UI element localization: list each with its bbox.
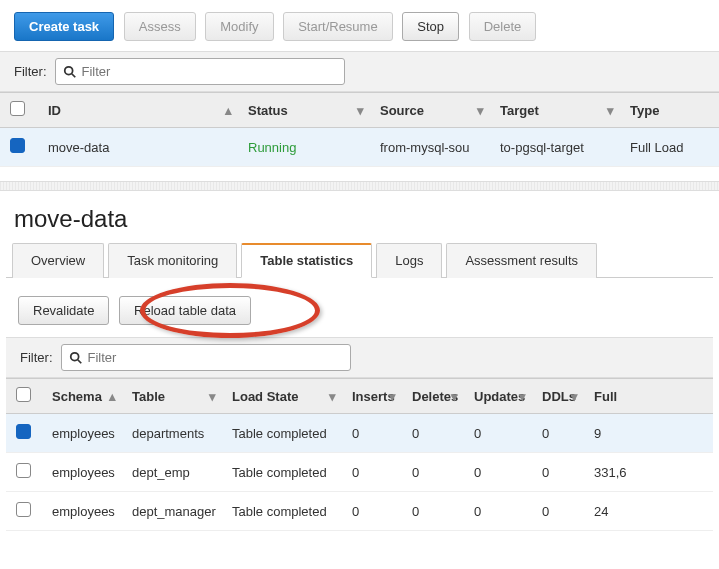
row-checkbox[interactable] [10, 138, 25, 153]
stats-filter-input[interactable] [61, 344, 351, 371]
cell-schema: employees [42, 414, 122, 453]
tab-overview[interactable]: Overview [12, 243, 104, 278]
cell-full: 331,6 [584, 453, 713, 492]
col-id[interactable]: ID▴ [38, 93, 238, 128]
tab-table-statistics[interactable]: Table statistics [241, 243, 372, 278]
table-row[interactable]: move-data Running from-mysql-sou to-pgsq… [0, 128, 719, 167]
cell-id: move-data [38, 128, 238, 167]
cell-ddls: 0 [532, 453, 584, 492]
col-updates[interactable]: Updates▾ [464, 379, 532, 414]
cell-schema: employees [42, 492, 122, 531]
cell-loadstate: Table completed [222, 492, 342, 531]
cell-table: dept_emp [122, 453, 222, 492]
cell-type: Full Load [620, 128, 719, 167]
col-deletes[interactable]: Deletes▾ [402, 379, 464, 414]
svg-line-1 [71, 74, 75, 78]
col-ddls[interactable]: DDLs▾ [532, 379, 584, 414]
sort-up-icon: ▴ [225, 103, 232, 118]
col-type[interactable]: Type [620, 93, 719, 128]
sort-icon: ▾ [571, 389, 578, 404]
cell-deletes: 0 [402, 453, 464, 492]
sort-icon: ▾ [329, 389, 336, 404]
select-all-checkbox[interactable] [16, 387, 31, 402]
stop-button[interactable]: Stop [402, 12, 459, 41]
col-full[interactable]: Full [584, 379, 713, 414]
sort-icon: ▾ [607, 103, 614, 118]
col-table[interactable]: Table▾ [122, 379, 222, 414]
filter-label: Filter: [14, 64, 47, 79]
filter-input-wrap [55, 58, 345, 85]
create-task-button[interactable]: Create task [14, 12, 114, 41]
col-schema[interactable]: Schema▴ [42, 379, 122, 414]
delete-button[interactable]: Delete [469, 12, 537, 41]
search-icon [69, 351, 83, 365]
sort-icon: ▾ [389, 389, 396, 404]
col-inserts[interactable]: Inserts▾ [342, 379, 402, 414]
detail-title: move-data [0, 191, 719, 243]
cell-full: 24 [584, 492, 713, 531]
cell-deletes: 0 [402, 414, 464, 453]
cell-loadstate: Table completed [222, 453, 342, 492]
col-status[interactable]: Status▾ [238, 93, 370, 128]
assess-button[interactable]: Assess [124, 12, 196, 41]
sort-icon: ▾ [451, 389, 458, 404]
cell-ddls: 0 [532, 492, 584, 531]
sort-icon: ▾ [519, 389, 526, 404]
cell-updates: 0 [464, 492, 532, 531]
col-target[interactable]: Target▾ [490, 93, 620, 128]
resize-handle[interactable] [0, 181, 719, 191]
cell-inserts: 0 [342, 414, 402, 453]
cell-loadstate: Table completed [222, 414, 342, 453]
sort-icon: ▾ [357, 103, 364, 118]
tab-logs[interactable]: Logs [376, 243, 442, 278]
sort-up-icon: ▴ [109, 389, 116, 404]
cell-deletes: 0 [402, 492, 464, 531]
table-row[interactable]: employeesdept_empTable completed0000331,… [6, 453, 713, 492]
modify-button[interactable]: Modify [205, 12, 273, 41]
reload-table-data-button[interactable]: Reload table data [119, 296, 251, 325]
cell-inserts: 0 [342, 453, 402, 492]
cell-table: departments [122, 414, 222, 453]
table-row[interactable]: employeesdept_managerTable completed0000… [6, 492, 713, 531]
tasks-filter-bar: Filter: [0, 51, 719, 92]
stats-table: Schema▴ Table▾ Load State▾ Inserts▾ Dele… [6, 378, 713, 531]
cell-table: dept_manager [122, 492, 222, 531]
table-row[interactable]: employeesdepartmentsTable completed00009 [6, 414, 713, 453]
select-all-checkbox[interactable] [10, 101, 25, 116]
cell-updates: 0 [464, 414, 532, 453]
detail-tabs: Overview Task monitoring Table statistic… [6, 243, 713, 278]
col-source[interactable]: Source▾ [370, 93, 490, 128]
search-icon [63, 65, 77, 79]
cell-status: Running [238, 128, 370, 167]
cell-updates: 0 [464, 453, 532, 492]
cell-source: from-mysql-sou [370, 128, 490, 167]
tab-assessment[interactable]: Assessment results [446, 243, 597, 278]
row-checkbox[interactable] [16, 424, 31, 439]
filter-input-wrap [61, 344, 351, 371]
row-checkbox[interactable] [16, 502, 31, 517]
cell-ddls: 0 [532, 414, 584, 453]
col-loadstate[interactable]: Load State▾ [222, 379, 342, 414]
stats-filter-bar: Filter: [6, 337, 713, 378]
svg-point-0 [64, 67, 72, 75]
cell-inserts: 0 [342, 492, 402, 531]
sort-icon: ▾ [209, 389, 216, 404]
tasks-filter-input[interactable] [55, 58, 345, 85]
filter-label: Filter: [20, 350, 53, 365]
sort-icon: ▾ [477, 103, 484, 118]
svg-line-3 [77, 360, 81, 364]
start-resume-button[interactable]: Start/Resume [283, 12, 392, 41]
stats-toolbar: Revalidate Reload table data [0, 278, 719, 337]
tab-monitoring[interactable]: Task monitoring [108, 243, 237, 278]
svg-point-2 [70, 353, 78, 361]
row-checkbox[interactable] [16, 463, 31, 478]
cell-full: 9 [584, 414, 713, 453]
cell-target: to-pgsql-target [490, 128, 620, 167]
tasks-table: ID▴ Status▾ Source▾ Target▾ Type move-da… [0, 92, 719, 167]
cell-schema: employees [42, 453, 122, 492]
revalidate-button[interactable]: Revalidate [18, 296, 109, 325]
main-toolbar: Create task Assess Modify Start/Resume S… [0, 0, 719, 51]
